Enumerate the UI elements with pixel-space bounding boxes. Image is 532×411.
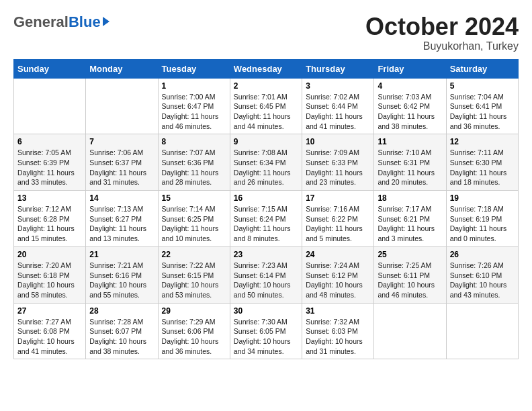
calendar-cell: 31Sunrise: 7:32 AMSunset: 6:03 PMDayligh… bbox=[302, 303, 374, 359]
calendar-cell: 11Sunrise: 7:10 AMSunset: 6:31 PMDayligh… bbox=[374, 134, 446, 191]
page-header: General Blue October 2024 Buyukorhan, Tu… bbox=[13, 13, 519, 52]
calendar-cell: 16Sunrise: 7:15 AMSunset: 6:24 PMDayligh… bbox=[230, 191, 302, 247]
calendar-cell: 29Sunrise: 7:29 AMSunset: 6:06 PMDayligh… bbox=[158, 303, 230, 359]
day-info: Sunrise: 7:32 AMSunset: 6:03 PMDaylight:… bbox=[306, 317, 370, 357]
day-number: 8 bbox=[162, 137, 226, 146]
location-text: Buyukorhan, Turkey bbox=[365, 40, 519, 52]
day-number: 30 bbox=[234, 306, 298, 316]
day-info: Sunrise: 7:06 AMSunset: 6:37 PMDaylight:… bbox=[89, 148, 154, 187]
logo: General Blue bbox=[13, 13, 109, 31]
day-info: Sunrise: 7:05 AMSunset: 6:39 PMDaylight:… bbox=[17, 148, 82, 187]
day-number: 27 bbox=[17, 306, 82, 316]
day-number: 12 bbox=[450, 137, 515, 146]
calendar-cell: 1Sunrise: 7:00 AMSunset: 6:47 PMDaylight… bbox=[158, 78, 230, 134]
day-number: 26 bbox=[450, 250, 515, 259]
day-info: Sunrise: 7:04 AMSunset: 6:41 PMDaylight:… bbox=[450, 92, 515, 132]
calendar-cell: 17Sunrise: 7:16 AMSunset: 6:22 PMDayligh… bbox=[302, 191, 374, 247]
day-number: 7 bbox=[89, 137, 154, 146]
day-number: 14 bbox=[89, 193, 154, 203]
day-number: 29 bbox=[162, 306, 226, 316]
calendar-cell bbox=[86, 78, 158, 134]
calendar-cell: 28Sunrise: 7:28 AMSunset: 6:07 PMDayligh… bbox=[86, 303, 158, 359]
calendar-cell: 10Sunrise: 7:09 AMSunset: 6:33 PMDayligh… bbox=[302, 134, 374, 191]
day-info: Sunrise: 7:10 AMSunset: 6:31 PMDaylight:… bbox=[378, 148, 442, 187]
calendar-cell: 23Sunrise: 7:23 AMSunset: 6:14 PMDayligh… bbox=[230, 246, 302, 303]
weekday-header-tuesday: Tuesday bbox=[158, 59, 230, 78]
calendar-cell: 3Sunrise: 7:02 AMSunset: 6:44 PMDaylight… bbox=[302, 78, 374, 134]
calendar-cell: 20Sunrise: 7:20 AMSunset: 6:18 PMDayligh… bbox=[14, 246, 86, 303]
day-number: 22 bbox=[162, 250, 226, 259]
month-title: October 2024 bbox=[365, 13, 519, 40]
day-info: Sunrise: 7:08 AMSunset: 6:34 PMDaylight:… bbox=[234, 148, 298, 187]
day-info: Sunrise: 7:29 AMSunset: 6:06 PMDaylight:… bbox=[162, 317, 226, 357]
weekday-header-sunday: Sunday bbox=[14, 59, 86, 78]
calendar-cell: 25Sunrise: 7:25 AMSunset: 6:11 PMDayligh… bbox=[374, 246, 446, 303]
calendar-cell: 6Sunrise: 7:05 AMSunset: 6:39 PMDaylight… bbox=[14, 134, 86, 191]
calendar-cell: 30Sunrise: 7:30 AMSunset: 6:05 PMDayligh… bbox=[230, 303, 302, 359]
calendar-cell bbox=[374, 303, 446, 359]
day-info: Sunrise: 7:30 AMSunset: 6:05 PMDaylight:… bbox=[234, 317, 298, 357]
week-row-2: 6Sunrise: 7:05 AMSunset: 6:39 PMDaylight… bbox=[14, 134, 519, 191]
day-number: 11 bbox=[378, 137, 442, 146]
day-number: 17 bbox=[306, 193, 370, 203]
day-info: Sunrise: 7:15 AMSunset: 6:24 PMDaylight:… bbox=[234, 204, 298, 244]
day-number: 1 bbox=[162, 81, 226, 91]
week-row-1: 1Sunrise: 7:00 AMSunset: 6:47 PMDaylight… bbox=[14, 78, 519, 134]
day-info: Sunrise: 7:11 AMSunset: 6:30 PMDaylight:… bbox=[450, 148, 515, 187]
day-number: 3 bbox=[306, 81, 370, 91]
day-info: Sunrise: 7:21 AMSunset: 6:16 PMDaylight:… bbox=[89, 261, 154, 300]
title-block: October 2024 Buyukorhan, Turkey bbox=[365, 13, 519, 52]
day-info: Sunrise: 7:01 AMSunset: 6:45 PMDaylight:… bbox=[234, 92, 298, 132]
day-info: Sunrise: 7:23 AMSunset: 6:14 PMDaylight:… bbox=[234, 261, 298, 300]
day-number: 4 bbox=[378, 81, 442, 91]
calendar-cell: 21Sunrise: 7:21 AMSunset: 6:16 PMDayligh… bbox=[86, 246, 158, 303]
day-number: 16 bbox=[234, 193, 298, 203]
calendar-table: SundayMondayTuesdayWednesdayThursdayFrid… bbox=[13, 59, 519, 360]
calendar-cell: 24Sunrise: 7:24 AMSunset: 6:12 PMDayligh… bbox=[302, 246, 374, 303]
weekday-header-friday: Friday bbox=[374, 59, 446, 78]
day-number: 24 bbox=[306, 250, 370, 259]
day-number: 2 bbox=[234, 81, 298, 91]
calendar-cell: 13Sunrise: 7:12 AMSunset: 6:28 PMDayligh… bbox=[14, 191, 86, 247]
day-number: 23 bbox=[234, 250, 298, 259]
calendar-cell: 12Sunrise: 7:11 AMSunset: 6:30 PMDayligh… bbox=[446, 134, 518, 191]
day-number: 28 bbox=[89, 306, 154, 316]
day-info: Sunrise: 7:12 AMSunset: 6:28 PMDaylight:… bbox=[17, 204, 82, 244]
calendar-cell: 18Sunrise: 7:17 AMSunset: 6:21 PMDayligh… bbox=[374, 191, 446, 247]
week-row-3: 13Sunrise: 7:12 AMSunset: 6:28 PMDayligh… bbox=[14, 191, 519, 247]
day-info: Sunrise: 7:20 AMSunset: 6:18 PMDaylight:… bbox=[17, 261, 82, 300]
day-info: Sunrise: 7:02 AMSunset: 6:44 PMDaylight:… bbox=[306, 92, 370, 132]
day-info: Sunrise: 7:07 AMSunset: 6:36 PMDaylight:… bbox=[162, 148, 226, 187]
day-number: 19 bbox=[450, 193, 515, 203]
day-info: Sunrise: 7:00 AMSunset: 6:47 PMDaylight:… bbox=[162, 92, 226, 132]
day-info: Sunrise: 7:17 AMSunset: 6:21 PMDaylight:… bbox=[378, 204, 442, 244]
day-info: Sunrise: 7:24 AMSunset: 6:12 PMDaylight:… bbox=[306, 261, 370, 300]
day-number: 20 bbox=[17, 250, 82, 259]
weekday-header-monday: Monday bbox=[86, 59, 158, 78]
weekday-header-wednesday: Wednesday bbox=[230, 59, 302, 78]
calendar-cell bbox=[14, 78, 86, 134]
calendar-cell: 26Sunrise: 7:26 AMSunset: 6:10 PMDayligh… bbox=[446, 246, 518, 303]
calendar-cell: 2Sunrise: 7:01 AMSunset: 6:45 PMDaylight… bbox=[230, 78, 302, 134]
day-info: Sunrise: 7:16 AMSunset: 6:22 PMDaylight:… bbox=[306, 204, 370, 244]
day-info: Sunrise: 7:22 AMSunset: 6:15 PMDaylight:… bbox=[162, 261, 226, 300]
logo-blue-text: Blue bbox=[69, 13, 101, 31]
week-row-5: 27Sunrise: 7:27 AMSunset: 6:08 PMDayligh… bbox=[14, 303, 519, 359]
day-info: Sunrise: 7:09 AMSunset: 6:33 PMDaylight:… bbox=[306, 148, 370, 187]
calendar-cell: 5Sunrise: 7:04 AMSunset: 6:41 PMDaylight… bbox=[446, 78, 518, 134]
day-info: Sunrise: 7:03 AMSunset: 6:42 PMDaylight:… bbox=[378, 92, 442, 132]
day-number: 18 bbox=[378, 193, 442, 203]
logo-arrow-icon bbox=[103, 17, 109, 26]
calendar-cell: 27Sunrise: 7:27 AMSunset: 6:08 PMDayligh… bbox=[14, 303, 86, 359]
week-row-4: 20Sunrise: 7:20 AMSunset: 6:18 PMDayligh… bbox=[14, 246, 519, 303]
weekday-header-row: SundayMondayTuesdayWednesdayThursdayFrid… bbox=[14, 59, 519, 78]
day-number: 25 bbox=[378, 250, 442, 259]
day-info: Sunrise: 7:14 AMSunset: 6:25 PMDaylight:… bbox=[162, 204, 226, 244]
calendar-cell: 9Sunrise: 7:08 AMSunset: 6:34 PMDaylight… bbox=[230, 134, 302, 191]
day-number: 15 bbox=[162, 193, 226, 203]
day-info: Sunrise: 7:27 AMSunset: 6:08 PMDaylight:… bbox=[17, 317, 82, 357]
day-info: Sunrise: 7:25 AMSunset: 6:11 PMDaylight:… bbox=[378, 261, 442, 300]
calendar-cell: 22Sunrise: 7:22 AMSunset: 6:15 PMDayligh… bbox=[158, 246, 230, 303]
day-number: 5 bbox=[450, 81, 515, 91]
day-info: Sunrise: 7:28 AMSunset: 6:07 PMDaylight:… bbox=[89, 317, 154, 357]
